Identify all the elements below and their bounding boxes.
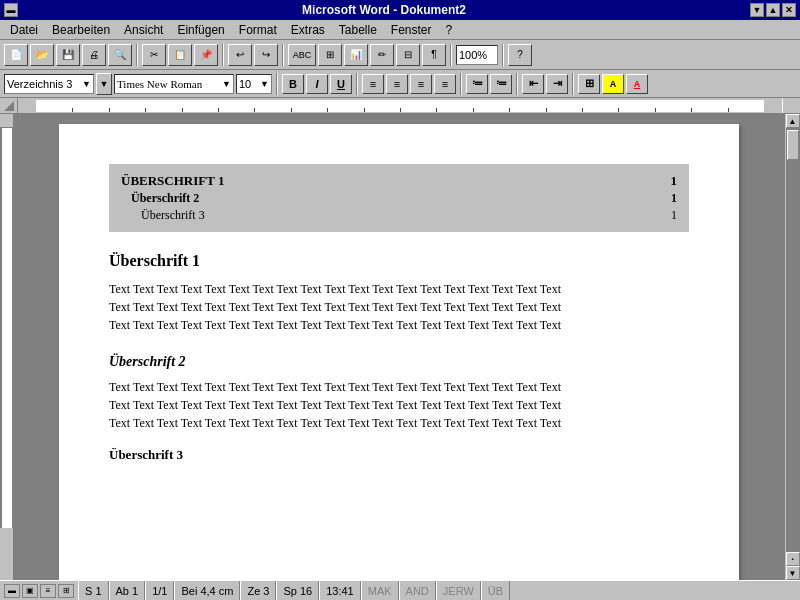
doc-body-1: Text Text Text Text Text Text Text Text … [109,280,689,334]
body2-line2: Text Text Text Text Text Text Text Text … [109,398,561,412]
font-color-button[interactable]: A [626,74,648,94]
bullet-list-button[interactable]: ≔ [490,74,512,94]
scroll-down-button[interactable]: ▼ [786,566,800,580]
style-list-button[interactable]: ▼ [96,73,112,95]
svg-marker-0 [4,101,14,111]
highlight-button[interactable]: A [602,74,624,94]
window-controls: ▼ ▲ ✕ [750,3,796,17]
ruler-mark-6 [254,108,255,112]
menu-tabelle[interactable]: Tabelle [333,21,383,39]
align-left-button[interactable]: ≡ [362,74,384,94]
zoom-input[interactable]: 100% [456,45,498,65]
pages-status: 1/1 [145,581,174,600]
paste-button[interactable]: 📌 [194,44,218,66]
scroll-thumb[interactable] [787,130,799,160]
underline-button[interactable]: U [330,74,352,94]
align-justify-button[interactable]: ≡ [434,74,456,94]
minimize-button[interactable]: ▼ [750,3,764,17]
increase-indent-button[interactable]: ⇥ [546,74,568,94]
align-right-button[interactable]: ≡ [410,74,432,94]
toolbar-sep-3 [282,44,284,66]
print-button[interactable]: 🖨 [82,44,106,66]
decrease-indent-button[interactable]: ⇤ [522,74,544,94]
system-menu-icon[interactable]: ▬ [4,3,18,17]
flag-jerw: JERW [436,581,481,600]
doc-area[interactable]: ÜBERSCHRIFT 1 1 Überschrift 2 1 Überschr… [14,114,784,580]
menu-fenster[interactable]: Fenster [385,21,438,39]
ruler-mark-17 [655,108,656,112]
ruler-mark-19 [728,108,729,112]
ruler-mark-8 [327,108,328,112]
ruler-mark-12 [473,108,474,112]
new-button[interactable]: 📄 [4,44,28,66]
scroll-up-button[interactable]: ▲ [786,114,800,128]
menu-datei[interactable]: Datei [4,21,44,39]
table-button[interactable]: ⊞ [318,44,342,66]
undo-button[interactable]: ↩ [228,44,252,66]
toolbar-sep-4 [450,44,452,66]
bold-button[interactable]: B [282,74,304,94]
style-dropdown[interactable]: Verzeichnis 3 ▼ [4,74,94,94]
flag-mak: MAK [361,581,399,600]
border-button[interactable]: ⊞ [578,74,600,94]
ruler-mark-9 [364,108,365,112]
ruler-corner [0,98,18,114]
autocorrect-button[interactable]: ABC [288,44,316,66]
size-dropdown-arrow[interactable]: ▼ [260,79,269,89]
maximize-button[interactable]: ▲ [766,3,780,17]
ruler-mark-5 [218,108,219,112]
left-ruler-track [0,128,13,528]
align-center-button[interactable]: ≡ [386,74,408,94]
menu-bearbeiten[interactable]: Bearbeiten [46,21,116,39]
help-button[interactable]: ? [508,44,532,66]
size-dropdown[interactable]: 10 ▼ [236,74,272,94]
outline-view-icon[interactable]: ≡ [40,584,56,598]
scroll-track[interactable] [786,128,800,552]
toc-entry-h1: ÜBERSCHRIFT 1 1 [121,172,677,190]
cut-button[interactable]: ✂ [142,44,166,66]
normal-view-icon[interactable]: ▬ [4,584,20,598]
style-value: Verzeichnis 3 [7,78,72,90]
close-button[interactable]: ✕ [782,3,796,17]
master-view-icon[interactable]: ⊞ [58,584,74,598]
ruler-mark-2 [109,108,110,112]
numbered-list-button[interactable]: ≔ [466,74,488,94]
doc-heading-1: Überschrift 1 [109,252,689,270]
time-status: 13:41 [319,581,361,600]
format-sep-1 [276,73,278,95]
save-button[interactable]: 💾 [56,44,80,66]
menu-ansicht[interactable]: Ansicht [118,21,169,39]
menu-extras[interactable]: Extras [285,21,331,39]
right-scrollbar: ▲ ▪ ▼ [784,114,800,580]
toc-entry-h3: Überschrift 3 1 [121,207,677,224]
ruler-marks [36,100,764,112]
layout-view-icon[interactable]: ▣ [22,584,38,598]
italic-button[interactable]: I [306,74,328,94]
chart-button[interactable]: 📊 [344,44,368,66]
copy-button[interactable]: 📋 [168,44,192,66]
main-toolbar: 📄 📂 💾 🖨 🔍 ✂ 📋 📌 ↩ ↪ ABC ⊞ 📊 ✏ ⊟ ¶ 100% ? [0,40,800,70]
format-sep-3 [460,73,462,95]
menu-help[interactable]: ? [440,21,459,39]
body1-line2: Text Text Text Text Text Text Text Text … [109,300,561,314]
format-sep-5 [572,73,574,95]
para-marks-button[interactable]: ¶ [422,44,446,66]
menu-format[interactable]: Format [233,21,283,39]
drawing-button[interactable]: ✏ [370,44,394,66]
toolbar-sep-1 [136,44,138,66]
menu-einfuegen[interactable]: Einfügen [171,21,230,39]
ruler-mark-7 [291,108,292,112]
line-status: Ze 3 [240,581,276,600]
scroll-split-button[interactable]: ▪ [786,552,800,566]
style-dropdown-arrow[interactable]: ▼ [82,79,91,89]
format-sep-2 [356,73,358,95]
format-button[interactable]: ⊟ [396,44,420,66]
status-bar: ▬ ▣ ≡ ⊞ S 1 Ab 1 1/1 Bei 4,4 cm Ze 3 Sp … [0,580,800,600]
preview-button[interactable]: 🔍 [108,44,132,66]
open-button[interactable]: 📂 [30,44,54,66]
font-dropdown-arrow[interactable]: ▼ [222,79,231,89]
font-dropdown[interactable]: Times New Roman ▼ [114,74,234,94]
col-status: Sp 16 [276,581,319,600]
toc-h2-text: Überschrift 2 [131,191,199,206]
redo-button[interactable]: ↪ [254,44,278,66]
